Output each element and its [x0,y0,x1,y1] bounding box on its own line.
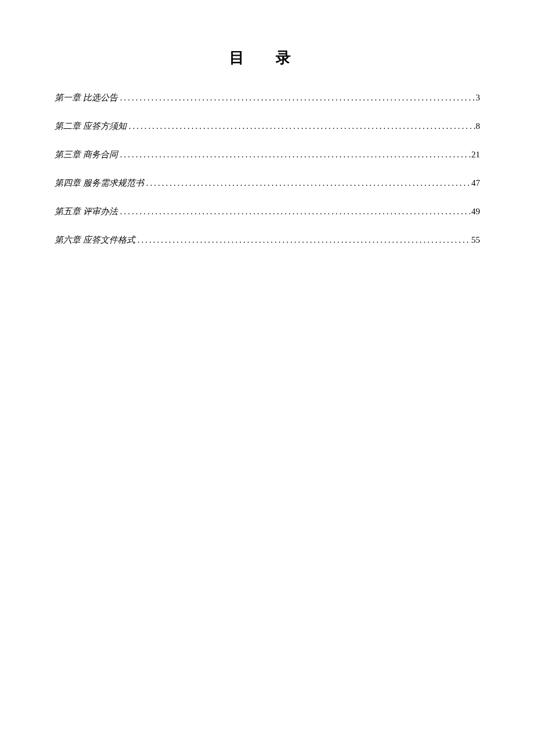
toc-list: 第一章 比选公告 3 第二章 应答方须知 8 第三章 商务合同 21 第四章 服… [0,92,534,246]
toc-entry-page: 21 [471,150,480,160]
toc-leader [135,235,471,245]
toc-entry-label: 第四章 服务需求规范书 [55,178,144,189]
toc-entry-page: 3 [476,93,481,103]
toc-entry: 第一章 比选公告 3 [55,92,480,103]
toc-entry-label: 第一章 比选公告 [55,92,118,103]
toc-entry-label: 第五章 评审办法 [55,206,118,217]
toc-leader [118,93,476,103]
toc-entry-page: 47 [471,178,480,188]
toc-entry-label: 第二章 应答方须知 [55,121,127,132]
toc-entry-label: 第六章 应答文件格式 [55,235,135,246]
toc-entry: 第四章 服务需求规范书 47 [55,178,480,189]
toc-entry-page: 8 [476,121,481,131]
toc-entry: 第六章 应答文件格式 55 [55,235,480,246]
toc-entry-label: 第三章 商务合同 [55,149,118,160]
toc-leader [127,121,476,131]
toc-leader [144,178,471,188]
toc-leader [118,150,471,160]
toc-entry-page: 55 [471,235,480,245]
toc-entry-page: 49 [471,207,480,217]
page-title: 目 录 [0,48,534,68]
toc-entry: 第三章 商务合同 21 [55,149,480,160]
toc-leader [118,207,471,217]
toc-entry: 第二章 应答方须知 8 [55,121,480,132]
toc-entry: 第五章 评审办法 49 [55,206,480,217]
